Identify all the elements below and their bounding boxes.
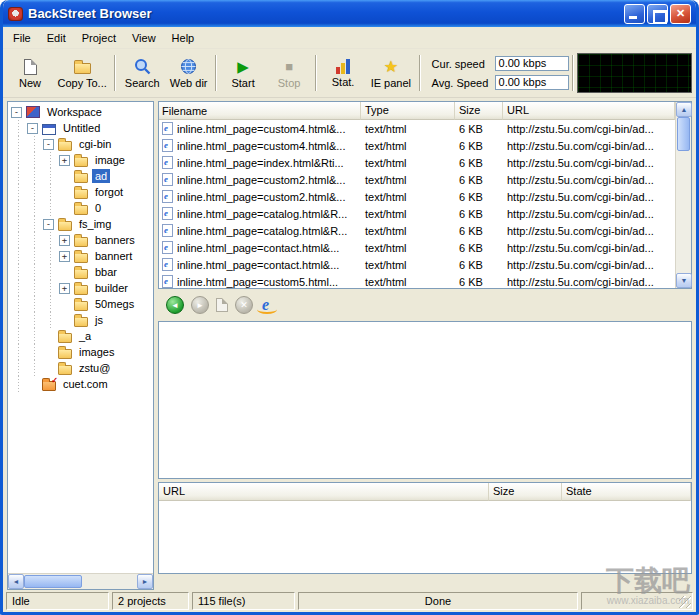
file-type: text/html xyxy=(361,225,455,237)
tree-item-label[interactable]: ad xyxy=(92,169,110,183)
resize-grip[interactable] xyxy=(679,596,691,608)
tree-expander[interactable]: - xyxy=(27,123,38,134)
forward-button[interactable]: ► xyxy=(191,296,209,314)
menu-view[interactable]: View xyxy=(124,30,164,46)
preview-panel[interactable] xyxy=(158,321,692,479)
file-row[interactable]: inline.html_page=catalog.html&R... text/… xyxy=(159,222,675,239)
tree-item-label[interactable]: images xyxy=(76,345,117,359)
column-header-url[interactable]: URL xyxy=(503,102,675,120)
tree-item-label[interactable]: Workspace xyxy=(44,105,105,119)
tree-item-label[interactable]: forgot xyxy=(92,185,126,199)
tree-item-50megs[interactable]: 50megs xyxy=(8,296,153,312)
menu-project[interactable]: Project xyxy=(74,30,124,46)
file-row[interactable]: inline.html_page=index.html&Rti... text/… xyxy=(159,154,675,171)
tree-item-label[interactable]: 50megs xyxy=(92,297,137,311)
stat-button[interactable]: Stat. xyxy=(320,51,366,95)
scroll-right-button[interactable]: ► xyxy=(137,574,153,589)
column-header-state[interactable]: State xyxy=(562,483,691,501)
tree-item-forgot[interactable]: forgot xyxy=(8,184,153,200)
tree-expander[interactable]: + xyxy=(59,235,70,246)
maximize-button[interactable] xyxy=(647,4,668,24)
tree-item-ad[interactable]: ad xyxy=(8,168,153,184)
tree-item-fs_img[interactable]: - fs_img xyxy=(8,216,153,232)
tree-item-zstu@[interactable]: zstu@ xyxy=(8,360,153,376)
tree-item-banners[interactable]: + banners xyxy=(8,232,153,248)
folder-icon xyxy=(74,317,88,327)
document-icon[interactable] xyxy=(216,298,228,312)
web-dir-button[interactable]: Web dir xyxy=(165,51,212,95)
column-header-type[interactable]: Type xyxy=(361,102,455,120)
tree-item-0[interactable]: 0 xyxy=(8,200,153,216)
tree-item-label[interactable]: zstu@ xyxy=(76,361,113,375)
tree-expander[interactable]: - xyxy=(43,219,54,230)
back-button[interactable]: ◄ xyxy=(166,296,184,314)
stop-button[interactable]: ■ Stop xyxy=(266,51,312,95)
tree-item-label[interactable]: banners xyxy=(92,233,138,247)
tree-item-label[interactable]: bannert xyxy=(92,249,135,263)
tree-expander[interactable]: - xyxy=(43,139,54,150)
minimize-button[interactable] xyxy=(624,4,645,24)
file-row[interactable]: inline.html_page=custom5.html... text/ht… xyxy=(159,273,675,288)
tree-item-bannert[interactable]: + bannert xyxy=(8,248,153,264)
tree-item-label[interactable]: cuet.com xyxy=(60,377,111,391)
tree-expander[interactable]: + xyxy=(59,251,70,262)
tree-item-cuet.com[interactable]: cuet.com xyxy=(8,376,153,392)
html-file-icon xyxy=(162,224,173,237)
file-row[interactable]: inline.html_page=custom2.html&... text/h… xyxy=(159,188,675,205)
tree-item-label[interactable]: _a xyxy=(76,329,94,343)
title-bar[interactable]: BackStreet Browser ✕ xyxy=(3,0,696,27)
column-header-filename[interactable]: Filename xyxy=(159,102,361,120)
cancel-button[interactable]: ✕ xyxy=(235,296,253,314)
tree-item-label[interactable]: builder xyxy=(92,281,131,295)
column-header-url[interactable]: URL xyxy=(159,483,489,501)
tree-item-builder[interactable]: + builder xyxy=(8,280,153,296)
internet-explorer-icon[interactable]: e xyxy=(260,297,271,313)
menu-edit[interactable]: Edit xyxy=(39,30,74,46)
scroll-up-button[interactable]: ▲ xyxy=(676,102,692,117)
scroll-left-button[interactable]: ◄ xyxy=(8,574,24,589)
file-row[interactable]: inline.html_page=contact.html&... text/h… xyxy=(159,256,675,273)
scrollbar-thumb[interactable] xyxy=(677,117,690,151)
column-header-size[interactable]: Size xyxy=(489,483,562,501)
file-list-scrollbar[interactable]: ▲ ▼ xyxy=(675,102,691,288)
start-button-label: Start xyxy=(231,77,254,89)
file-row[interactable]: inline.html_page=custom4.html&... text/h… xyxy=(159,120,675,137)
tree-item-label[interactable]: bbar xyxy=(92,265,120,279)
scroll-down-button[interactable]: ▼ xyxy=(676,273,692,288)
scrollbar-thumb[interactable] xyxy=(24,575,82,588)
scrollbar-track[interactable] xyxy=(676,151,691,273)
ie-panel-button[interactable]: ★ IE panel xyxy=(366,51,415,95)
tree-item-label[interactable]: Untitled xyxy=(60,121,103,135)
tree-item-images[interactable]: images xyxy=(8,344,153,360)
tree-item-label[interactable]: cgi-bin xyxy=(76,137,114,151)
tree-expander[interactable]: - xyxy=(11,107,22,118)
tree-item-label[interactable]: image xyxy=(92,153,128,167)
tree-item-Untitled[interactable]: - Untitled xyxy=(8,120,153,136)
tree-item-label[interactable]: js xyxy=(92,313,106,327)
tree-item-label[interactable]: fs_img xyxy=(76,217,114,231)
menu-help[interactable]: Help xyxy=(164,30,203,46)
scrollbar-track[interactable] xyxy=(82,574,137,589)
start-button[interactable]: ▶ Start xyxy=(220,51,266,95)
file-size: 6 KB xyxy=(455,259,503,271)
file-row[interactable]: inline.html_page=custom4.html&... text/h… xyxy=(159,137,675,154)
tree-item-Workspace[interactable]: - Workspace xyxy=(8,104,153,120)
column-header-size[interactable]: Size xyxy=(455,102,503,120)
tree-item-_a[interactable]: _a xyxy=(8,328,153,344)
tree-item-js[interactable]: js xyxy=(8,312,153,328)
copy-to-button[interactable]: Copy To... xyxy=(53,51,111,95)
file-row[interactable]: inline.html_page=catalog.html&R... text/… xyxy=(159,205,675,222)
tree-item-bbar[interactable]: bbar xyxy=(8,264,153,280)
search-button[interactable]: Search xyxy=(119,51,165,95)
close-button[interactable]: ✕ xyxy=(670,4,691,24)
new-button[interactable]: New xyxy=(7,51,53,95)
tree-expander[interactable]: + xyxy=(59,283,70,294)
tree-item-image[interactable]: + image xyxy=(8,152,153,168)
tree-expander[interactable]: + xyxy=(59,155,70,166)
file-row[interactable]: inline.html_page=custom2.html&... text/h… xyxy=(159,171,675,188)
tree-horizontal-scrollbar[interactable]: ◄ ► xyxy=(8,573,153,589)
tree-item-cgi-bin[interactable]: - cgi-bin xyxy=(8,136,153,152)
file-row[interactable]: inline.html_page=contact.html&... text/h… xyxy=(159,239,675,256)
tree-item-label[interactable]: 0 xyxy=(92,201,104,215)
menu-file[interactable]: File xyxy=(5,30,39,46)
